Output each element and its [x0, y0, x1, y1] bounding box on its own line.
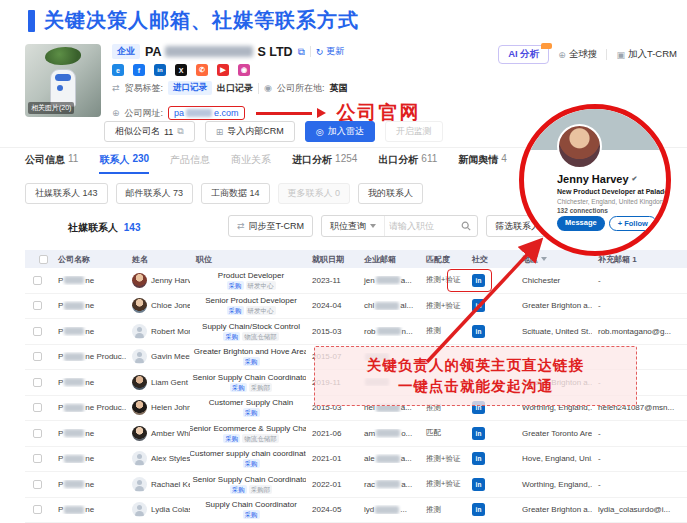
row-checkbox[interactable]	[33, 378, 42, 387]
position-cell: Senior Product Developer采购研发中心	[190, 296, 306, 315]
contact-name[interactable]: Liam Gent	[151, 378, 188, 387]
globe-icon: ⊕	[558, 50, 566, 60]
more-button[interactable]: More	[661, 216, 671, 231]
follow-button[interactable]: + Follow	[609, 216, 657, 231]
tab-6[interactable]: 新闻舆情4	[458, 153, 507, 172]
name-cell: Chloe Jones	[126, 298, 190, 313]
tab-0[interactable]: 公司信息11	[25, 153, 78, 172]
youtube-icon[interactable]: ▶	[217, 64, 229, 76]
search-icon[interactable]	[461, 221, 477, 231]
row-checkbox[interactable]	[33, 429, 42, 438]
name-cell: Liam Gent	[126, 375, 190, 390]
contact-name[interactable]: Amber Whitty	[151, 429, 190, 438]
contact-name[interactable]: Robert Monta...	[151, 327, 190, 336]
x-icon[interactable]: X	[175, 64, 187, 76]
website-link[interactable]: pa e.com	[174, 108, 239, 118]
position-tags: 采购	[243, 459, 260, 468]
row-checkbox[interactable]	[33, 352, 42, 361]
sync-crm-label: 同步至T-CRM	[249, 220, 305, 233]
linkedin-icon[interactable]: in	[472, 325, 485, 338]
email-prefix: rob	[364, 327, 376, 336]
contact-name[interactable]: Rachael Kelly	[151, 480, 190, 489]
contact-pill-3[interactable]: 更多联系人 0	[278, 183, 351, 204]
table-row[interactable]: PneJenny HarveyProduct Developer采购研发中心20…	[25, 268, 687, 294]
table-row[interactable]: PneAlex StylesCustomer supply chain coor…	[25, 447, 687, 473]
import-record-tag[interactable]: 进口记录	[168, 81, 212, 95]
email-prefix: lyd	[364, 505, 374, 514]
row-checkbox[interactable]	[33, 403, 42, 412]
row-checkbox[interactable]	[33, 301, 42, 310]
join-crm-button[interactable]: ▣ 加入T-CRM	[616, 48, 677, 61]
instagram-icon[interactable]: ◉	[238, 64, 250, 76]
position-query-dropdown[interactable]: 职位查询	[322, 216, 385, 236]
message-button[interactable]: Message	[557, 216, 605, 231]
linkedin-icon[interactable]: in	[472, 503, 485, 516]
position-title: Greater Brighton and Hove Area	[194, 347, 306, 356]
row-checkbox-cell	[25, 403, 52, 412]
tab-3[interactable]: 商业关系	[231, 153, 271, 172]
copy-icon[interactable]: ⧉	[298, 46, 305, 58]
contact-name[interactable]: Chloe Jones	[151, 301, 190, 310]
sync-crm-button[interactable]: ⇄ 同步至T-CRM	[228, 215, 313, 237]
start-monitor-button[interactable]: 开启监测	[385, 121, 443, 142]
tab-1[interactable]: 联系人230	[99, 153, 149, 174]
table-row[interactable]: PneRobert Monta...Supply Chain/Stock Con…	[25, 319, 687, 345]
contact-pill-4[interactable]: 我的联系人	[358, 183, 423, 204]
table-row[interactable]: PneLydia ColasurdoSupply Chain Coordinat…	[25, 498, 687, 523]
linkedin-icon[interactable]: in	[472, 478, 485, 491]
contact-name[interactable]: Helen Johnstone	[151, 403, 190, 412]
row-checkbox[interactable]	[33, 480, 42, 489]
filter-funnel-icon[interactable]	[541, 257, 547, 261]
contact-name[interactable]: Jenny Harvey	[151, 276, 190, 285]
linkedin-icon[interactable]: in	[472, 299, 485, 312]
select-all-checkbox[interactable]	[39, 255, 48, 264]
similar-companies-button[interactable]: 相似公司名 11 ⧉	[104, 121, 195, 142]
row-checkbox[interactable]	[33, 327, 42, 336]
global-search-button[interactable]: ⊕ 全球搜	[558, 48, 597, 61]
contact-pill-0[interactable]: 社媒联系人 143	[25, 183, 108, 204]
row-checkbox[interactable]	[33, 454, 42, 463]
table-row[interactable]: PneAmber WhittySenior Ecommerce & Supply…	[25, 421, 687, 447]
contact-name[interactable]: Gavin Meeks	[151, 352, 190, 361]
table-row[interactable]: PneRachael KellySenior Supply Chain Coor…	[25, 472, 687, 498]
position-cell: Senior Supply Chain Coordinator采购采购部	[190, 373, 306, 392]
tab-4[interactable]: 进口分析1254	[292, 153, 357, 172]
ai-badge	[541, 43, 552, 49]
company-suffix: ne	[85, 480, 94, 489]
company-cell: Pne	[52, 327, 126, 336]
row-checkbox[interactable]	[33, 505, 42, 514]
ai-analysis-button[interactable]: AI 分析	[498, 45, 549, 64]
join-radar-button[interactable]: ◎ 加入雷达	[305, 121, 375, 142]
browser-icon[interactable]: e	[112, 64, 124, 76]
linkedin-icon[interactable]: in	[472, 427, 485, 440]
related-photos-caption[interactable]: 相关图片(20)	[28, 102, 74, 114]
social-cell: in	[466, 427, 516, 440]
phone-icon[interactable]: ✆	[196, 64, 208, 76]
company-photo[interactable]: 相关图片(20)	[25, 44, 101, 117]
refresh-button[interactable]: ↻ 更新	[316, 45, 345, 58]
profile-avatar[interactable]	[557, 124, 602, 169]
contact-pill-2[interactable]: 工商数据 14	[201, 183, 270, 204]
table-row[interactable]: PneChloe JonesSenior Product Developer采购…	[25, 294, 687, 320]
export-record-tag[interactable]: 出口记录	[217, 82, 253, 95]
position-tag: 采购部	[249, 485, 273, 494]
facebook-icon[interactable]: f	[133, 64, 145, 76]
contact-name[interactable]: Alex Styles	[151, 454, 190, 463]
position-search-input[interactable]	[385, 218, 461, 235]
social-cell: in	[466, 478, 516, 491]
contact-name[interactable]: Lydia Colasurdo	[151, 505, 190, 514]
email-prefix: chl	[364, 301, 374, 310]
extra-email-cell: rob.montagano@g...	[592, 327, 687, 336]
tab-5[interactable]: 出口分析611	[378, 153, 437, 172]
red-arrow-head	[317, 108, 326, 118]
tab-count: 4	[501, 153, 507, 167]
contact-pill-1[interactable]: 邮件联系人 73	[116, 183, 194, 204]
profile-connections[interactable]: 132 connections	[557, 207, 608, 214]
import-crm-button[interactable]: ⊞ 导入内部CRM	[205, 121, 295, 142]
row-checkbox[interactable]	[33, 276, 42, 285]
linkedin-icon[interactable]: in	[472, 452, 485, 465]
linkedin-icon[interactable]: in	[154, 64, 166, 76]
position-title: Senior Product Developer	[205, 296, 297, 305]
profile-name: Jenny Harvey ✔	[557, 173, 637, 185]
tab-2[interactable]: 产品信息	[170, 153, 210, 172]
